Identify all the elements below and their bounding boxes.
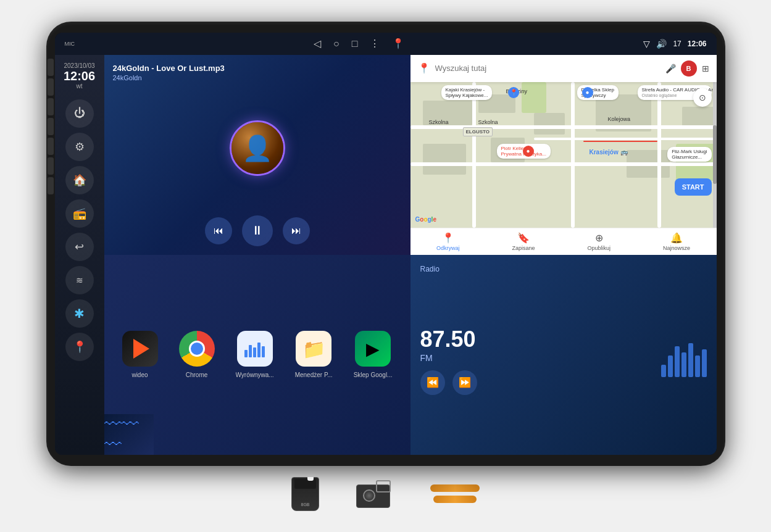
music-controls: ⏮ ⏸ ⏭ [113, 215, 402, 246]
nav-back-icon[interactable]: ◁ [314, 38, 321, 49]
sidebar-eq-icon[interactable]: ≋ [65, 266, 94, 294]
nav-maps-icon[interactable]: 📍 [392, 38, 404, 49]
map-krasiejow-label: Krasiejów 🚌 [590, 149, 628, 156]
files-icon-inner: 📁 [302, 338, 325, 360]
main-content: 2023/10/03 12:06 wt ⏻ ⚙ 🏠 📻 ↩ ≋ ✱ 📍 [55, 55, 717, 455]
nav-menu-icon[interactable]: ⋮ [370, 38, 380, 49]
sound-widget: 〰〰〰 [104, 414, 154, 455]
screen-bezel: MIC ◁ ○ □ ⋮ 📍 ▽ 🔊 17 12:06 [55, 33, 717, 455]
chrome-app-icon [179, 331, 215, 367]
app-item-playstore[interactable]: ▶ Sklep Googl... [354, 331, 393, 378]
status-bar-left: MIC [65, 41, 75, 47]
play-triangle-icon [133, 339, 149, 359]
map-pin-keller: ● [523, 146, 534, 157]
maps-nav-zapisane[interactable]: 🔖 Zapisane [512, 232, 535, 251]
map-area[interactable]: Szkolna Szkolna Kolejowa Brzeziny Kajaki… [411, 82, 717, 228]
side-btn-2[interactable] [48, 78, 54, 96]
radio-next-button[interactable]: ⏩ [452, 370, 477, 395]
side-btn-5[interactable] [48, 138, 54, 155]
radio-band: FM [420, 353, 651, 363]
sidebar-settings-icon[interactable]: ⚙ [65, 133, 94, 161]
maps-user-avatar[interactable]: B [681, 60, 697, 77]
sidebar-radio-icon[interactable]: 📻 [65, 199, 94, 228]
najnowsze-icon: 🔔 [670, 232, 683, 244]
side-btn-3[interactable] [48, 98, 54, 115]
sidebar-location-icon[interactable]: 📍 [65, 333, 94, 361]
files-app-label: Menedżer P... [295, 372, 333, 378]
odkrywaj-icon: 📍 [442, 232, 454, 244]
camera-lens [363, 489, 375, 502]
map-label-szkolna2: Szkolna [478, 119, 498, 125]
date-time-widget: 2023/10/03 12:06 wt [64, 62, 95, 89]
chrome-ring-outer [179, 331, 215, 367]
clock: 12:06 [688, 39, 707, 48]
sd-notch [307, 477, 314, 481]
radio-bar-1 [661, 365, 666, 377]
map-start-button[interactable]: START [675, 178, 712, 196]
radio-bar-7 [702, 349, 707, 377]
maps-nav-opublikuj[interactable]: ⊕ Opublikuj [587, 232, 611, 251]
video-app-label: wideo [131, 372, 148, 378]
najnowsze-label: Najnowsze [663, 245, 690, 251]
chrome-ring-inner [189, 341, 205, 357]
album-art-area: 👤 [113, 88, 402, 209]
side-btn-6[interactable] [48, 157, 54, 175]
map-block-4 [423, 144, 466, 175]
nav-home-icon[interactable]: ○ [333, 38, 340, 49]
next-track-button[interactable]: ⏭ [283, 217, 310, 244]
app-item-chrome[interactable]: Chrome [179, 331, 215, 378]
side-btn-4[interactable] [48, 118, 54, 135]
side-buttons [48, 59, 54, 194]
maps-widget: 📍 🎤 B ⊞ [411, 55, 717, 255]
mic-label: MIC [65, 41, 75, 47]
map-location-button[interactable]: ⊙ [693, 88, 712, 107]
maps-mic-icon[interactable]: 🎤 [665, 64, 676, 73]
time-display: 12:06 [64, 69, 95, 83]
status-bar-right: ▽ 🔊 17 12:06 [643, 39, 706, 49]
pry-tools-accessory [430, 484, 480, 503]
map-road-v2 [571, 82, 575, 228]
radio-bar-3 [675, 346, 680, 377]
maps-pin-icon: 📍 [418, 62, 430, 74]
sidebar-back-icon[interactable]: ↩ [65, 233, 94, 261]
radio-prev-button[interactable]: ⏪ [420, 370, 445, 395]
map-green-1 [522, 82, 546, 113]
maps-nav-najnowsze[interactable]: 🔔 Najnowsze [663, 232, 690, 251]
day-display: wt [64, 83, 95, 89]
sidebar-home-icon[interactable]: 🏠 [65, 166, 94, 194]
map-label-kolejowa: Kolejowa [608, 116, 631, 122]
map-road-v3 [657, 82, 661, 228]
status-bar: MIC ◁ ○ □ ⋮ 📍 ▽ 🔊 17 12:06 [55, 33, 717, 55]
sidebar-bluetooth-icon[interactable]: ✱ [65, 299, 94, 328]
radio-freq-area: 87.50 FM ⏪ ⏩ [420, 328, 651, 395]
map-bubble-fliz: Fliz-Mark UsługiGlazurnicze... [667, 147, 711, 162]
eq-bar-4 [257, 343, 260, 357]
play-pause-button[interactable]: ⏸ [242, 215, 273, 246]
eq-bar-5 [262, 346, 265, 357]
maps-layers-icon[interactable]: ⊞ [702, 64, 709, 73]
side-btn-1[interactable] [48, 59, 54, 76]
maps-search-input[interactable] [435, 64, 661, 73]
app-item-files[interactable]: 📁 Menedżer P... [295, 331, 333, 378]
sidebar-power-icon[interactable]: ⏻ [65, 99, 94, 128]
opublikuj-label: Opublikuj [587, 245, 611, 251]
google-logo: Google [415, 216, 436, 223]
grid-content: 24kGoldn - Love Or Lust.mp3 24kGoldn 👤 ⏮ [104, 55, 717, 455]
camera-icon [356, 480, 393, 508]
map-road-v1 [472, 82, 476, 228]
app-item-eq[interactable]: Wyrównywa... [236, 331, 274, 378]
map-road-h2 [411, 162, 717, 166]
car-unit: MIC ◁ ○ □ ⋮ 📍 ▽ 🔊 17 12:06 [46, 22, 725, 466]
eq-bar-1 [244, 350, 248, 357]
camera-accessory [356, 480, 393, 508]
app-item-video[interactable]: wideo [122, 331, 158, 378]
prev-track-button[interactable]: ⏮ [205, 217, 232, 244]
playstore-icon: ▶ [366, 339, 380, 359]
sd-card-icon: 8GB [291, 477, 319, 511]
odkrywaj-label: Odkrywaj [436, 245, 460, 251]
nav-recent-icon[interactable]: □ [352, 38, 358, 49]
music-title: 24kGoldn - Love Or Lust.mp3 [113, 64, 402, 73]
side-btn-7[interactable] [48, 177, 54, 194]
map-scrollbar[interactable] [713, 82, 717, 228]
maps-nav-odkrywaj[interactable]: 📍 Odkrywaj [436, 232, 460, 251]
